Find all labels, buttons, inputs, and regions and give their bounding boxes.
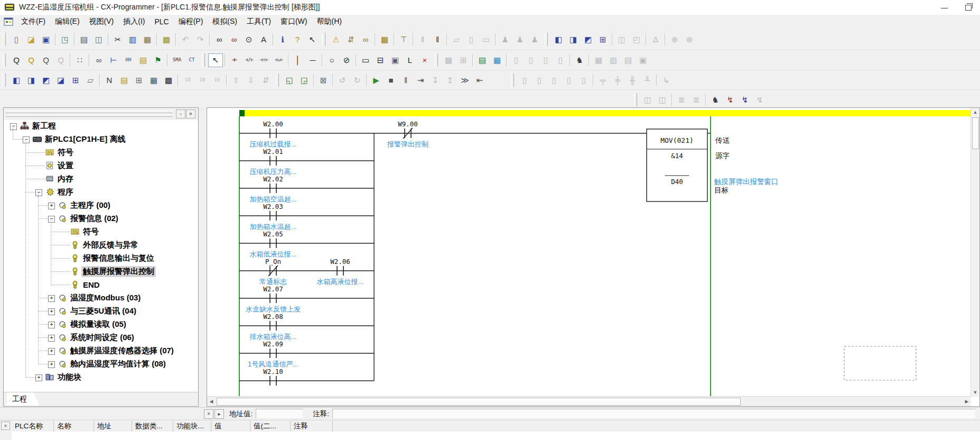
watch-tool-button[interactable]: ▦	[441, 53, 456, 67]
sim-to-end-button[interactable]: ⇤	[472, 73, 487, 87]
list-view-a-button[interactable]: ≣	[674, 93, 689, 106]
indent-right-button[interactable]: ◫	[655, 93, 670, 106]
col-plc-name[interactable]: PLC名称	[12, 420, 54, 432]
child-window-icon[interactable]	[4, 17, 13, 26]
contact-W2.06[interactable]: W2.06水箱高液位报...	[317, 258, 364, 286]
sim-pause-button[interactable]: ‖	[398, 73, 413, 87]
rung-header-bar[interactable]	[245, 110, 972, 116]
contact-W2.03[interactable]: W2.03加热箱水温超...	[250, 203, 297, 231]
help-button[interactable]: ?	[290, 32, 305, 46]
find-text-button[interactable]: A	[256, 32, 271, 46]
sim-step-button[interactable]: ⇥	[413, 73, 428, 87]
user-remove-button[interactable]: ♟	[527, 32, 542, 46]
monitor-b-button[interactable]: ▥	[606, 53, 621, 67]
diagram-view-1-button[interactable]: ◧	[9, 73, 24, 87]
window-arrange-button[interactable]: ⊞	[595, 32, 610, 46]
toolbar-grip[interactable]	[276, 74, 279, 87]
ladder-editor[interactable]: W2.00压缩机过载报...W2.01压缩机压力高...W2.02加热箱空温超.…	[207, 108, 972, 397]
mail-transfer-button[interactable]: ⊠	[316, 73, 331, 87]
align-middle-button[interactable]: ╪	[610, 73, 625, 87]
toolbar-grip[interactable]	[3, 33, 6, 46]
ladder-horizontal-scrollbar[interactable]: ◀ ▶	[207, 396, 971, 406]
find-symbol-button[interactable]: ⊙	[241, 32, 256, 46]
return-wire-button[interactable]: ↳	[659, 73, 674, 87]
panel-dock-button[interactable]: ▫	[176, 109, 185, 118]
find-replace-button[interactable]: ∞	[227, 32, 241, 46]
tree-item-main-program[interactable]: +主程序 (00)	[4, 199, 198, 212]
expand-toggle-programs[interactable]: −	[35, 189, 42, 196]
toolbar-grip[interactable]	[545, 33, 548, 46]
tree-item-symbols[interactable]: 符号	[4, 146, 198, 159]
panel-grip[interactable]	[6, 111, 173, 113]
contact-W2.00[interactable]: W2.00压缩机过载报...	[250, 120, 297, 148]
monitor-mode-button[interactable]: ◲	[297, 73, 312, 87]
monitor-c-button[interactable]: ▤	[621, 53, 636, 67]
new-vertical-button[interactable]: │	[291, 53, 305, 67]
diagram-view-2-button[interactable]: ◨	[24, 73, 39, 87]
window-cascade-button[interactable]: ◩	[581, 32, 595, 46]
indent-left-button[interactable]: ◫	[640, 93, 655, 106]
tree-item-system-time[interactable]: +系统时间设定 (06)	[4, 331, 198, 344]
io-monitor-2-button[interactable]: ▯	[532, 73, 547, 87]
compile-program-button[interactable]: ⚠	[329, 32, 343, 46]
tree-item-plc-new-plc1[interactable]: −新PLC1[CP1H-E] 离线	[4, 133, 198, 146]
page-copy-button[interactable]: ▱	[83, 73, 98, 87]
zoom-custom-button[interactable]: Q	[24, 53, 39, 67]
new-instruction-button[interactable]: ▭	[358, 53, 373, 67]
address-bar-close-button[interactable]: ×	[204, 409, 213, 419]
instruction-MOV(021)[interactable]: MOV(021)&14D40	[647, 129, 707, 201]
restore-button[interactable]	[956, 0, 980, 15]
monitor-d-button[interactable]: ▣	[636, 53, 650, 67]
expand-toggle-sensor-select[interactable]: +	[48, 348, 55, 355]
cut-button[interactable]: ✂	[110, 32, 125, 46]
radix-decimal-button[interactable]: 10	[180, 73, 195, 87]
show-ruler-button[interactable]: ⊢	[106, 53, 121, 67]
selection-rectangle[interactable]	[844, 346, 916, 380]
monitor-sma-button[interactable]: SMA	[170, 53, 184, 67]
cycle-refresh-all-button[interactable]: ↻	[350, 73, 365, 87]
io-monitor-3-button[interactable]: ▯	[547, 73, 562, 87]
navigate-tool-button[interactable]: ♞	[708, 93, 723, 106]
move-up-button[interactable]: ⇧	[229, 73, 244, 87]
swap-button[interactable]: ⇵	[258, 73, 273, 87]
io-monitor-1-button[interactable]: ▯	[517, 73, 532, 87]
find-button[interactable]: ∞	[212, 32, 227, 46]
table-view-button[interactable]: ▦	[146, 73, 161, 87]
transfer-check-button[interactable]: ▦	[377, 32, 392, 46]
rung-marker[interactable]	[239, 110, 245, 116]
expand-toggle-alarm-info[interactable]: −	[48, 216, 55, 223]
tree-item-external-feedback[interactable]: 外部反馈与异常	[4, 239, 198, 252]
expand-toggle-analog-read[interactable]: +	[48, 322, 55, 328]
mnemonic-view-button[interactable]: N	[102, 73, 117, 87]
ladder-vertical-scrollbar[interactable]: ▲ ▼	[970, 108, 979, 397]
toolbar-grip[interactable]	[435, 53, 438, 67]
contact-W2.01[interactable]: W2.01压缩机压力高...	[250, 148, 297, 176]
tree-item-programs[interactable]: −程序	[4, 186, 198, 199]
tree-item-alarm-symbols[interactable]: 符号	[4, 225, 198, 239]
toolbar-grip[interactable]	[202, 53, 205, 67]
diagram-view-5-button[interactable]: ⊞	[68, 73, 83, 87]
mark-red-button[interactable]: ↯	[723, 93, 738, 106]
toolbar-grip[interactable]	[3, 74, 6, 87]
address-bar-expand-button[interactable]: ▸	[214, 409, 224, 419]
aux-4-button[interactable]: ▯	[553, 53, 568, 67]
sim-fast-button[interactable]: ≫	[458, 73, 472, 87]
col-value[interactable]: 值	[211, 420, 250, 432]
tree-item-analog-read[interactable]: +模拟量读取 (05)	[4, 318, 198, 331]
tree-item-function-blocks[interactable]: +功能块	[4, 371, 198, 384]
menu-insert[interactable]: 插入(I)	[118, 15, 150, 29]
cross-reference-button[interactable]: ⊞	[456, 53, 471, 67]
menu-file[interactable]: 文件(F)	[16, 15, 50, 29]
redo-button[interactable]: ↷	[193, 32, 208, 46]
contact-W2.10[interactable]: W2.10	[263, 368, 283, 386]
menu-edit[interactable]: 编辑(E)	[50, 15, 85, 29]
col-comment[interactable]: 注释	[291, 420, 333, 432]
new-closed-contact-button[interactable]: ⊣/⊢	[242, 53, 257, 67]
mark-gray-button[interactable]: ↯	[752, 93, 767, 106]
watch-close-button[interactable]: ×	[1, 421, 10, 430]
menu-tools[interactable]: 工具(T)	[242, 15, 276, 29]
aux-3-button[interactable]: ▯	[538, 53, 553, 67]
align-bottom-button[interactable]: ╨	[640, 73, 655, 87]
move-down-button[interactable]: ⇩	[244, 73, 258, 87]
tree-item-end-section[interactable]: END	[4, 278, 198, 291]
